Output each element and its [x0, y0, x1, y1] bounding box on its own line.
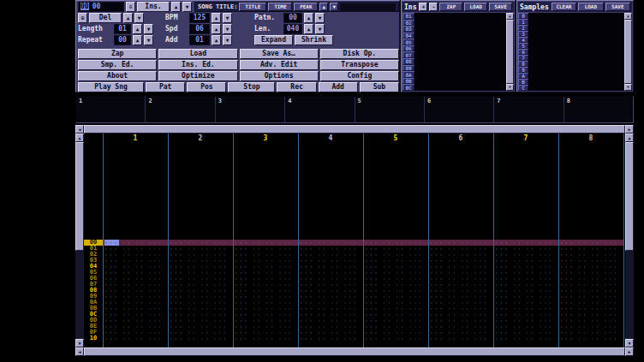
peak-mode-button[interactable]: PEAK: [294, 3, 318, 11]
scrollbar-thumb[interactable]: [624, 20, 632, 84]
transport-button-pat[interactable]: Pat: [146, 82, 185, 92]
pattern-cell[interactable]: ··········: [428, 329, 493, 335]
pattern-cell[interactable]: ··········: [103, 240, 168, 246]
pattern-cell[interactable]: ··········: [168, 282, 233, 288]
pattern-cell[interactable]: ··········: [363, 282, 428, 288]
add-up-button[interactable]: ▲: [212, 35, 221, 45]
pattern-cell[interactable]: ··········: [493, 252, 558, 258]
pattern-cell[interactable]: ··········: [493, 294, 558, 300]
scroll-down-button[interactable]: ▼: [506, 84, 514, 91]
scroll-up-button[interactable]: ▲: [506, 13, 514, 20]
pattern-cell[interactable]: ··········: [298, 306, 363, 312]
pattern-cell[interactable]: ··········: [428, 276, 493, 282]
pattern-cell[interactable]: ··········: [363, 294, 428, 300]
pattern-cell[interactable]: ··········: [103, 288, 168, 294]
sample-row[interactable]: 2: [518, 25, 624, 31]
instrument-row[interactable]: 06: [402, 45, 506, 52]
pattern-cell[interactable]: ··········: [558, 317, 623, 323]
pattern-cell[interactable]: ··········: [428, 300, 493, 306]
instrument-row[interactable]: 01: [402, 13, 506, 20]
scrollbar-thumb[interactable]: [625, 142, 634, 251]
pattern-cell[interactable]: ··········: [363, 270, 428, 276]
pattern-list-icon[interactable]: ⊞: [78, 13, 87, 23]
instrument-row[interactable]: 08: [402, 58, 506, 65]
pattern-cell[interactable]: ··········: [103, 323, 168, 329]
pattern-cell[interactable]: ··········: [233, 329, 298, 335]
pattern-cell[interactable]: ··········: [363, 323, 428, 329]
pattern-cell[interactable]: ··········: [363, 276, 428, 282]
sample-row[interactable]: 6: [518, 49, 624, 55]
scrollbar-track[interactable]: [84, 125, 625, 134]
pattern-cell[interactable]: ··········: [493, 258, 558, 264]
instrument-save-button[interactable]: Save: [489, 3, 512, 11]
pattern-cell[interactable]: ··········: [103, 252, 168, 258]
instrument-list-scrollbar[interactable]: ▲ ▼: [506, 13, 514, 91]
pattern-cell[interactable]: ··········: [233, 306, 298, 312]
pattern-cell[interactable]: ··········: [168, 258, 233, 264]
pattern-cell[interactable]: ··········: [168, 323, 233, 329]
sample-row[interactable]: 3: [518, 31, 624, 37]
position-down-button[interactable]: ▼: [182, 2, 192, 12]
pattern-cell[interactable]: ··········: [363, 258, 428, 264]
pattern-cell[interactable]: ··········: [428, 264, 493, 270]
pattern-cell[interactable]: ··········: [168, 246, 233, 252]
pattern-cell[interactable]: ··········: [298, 312, 363, 317]
pattern-cell[interactable]: ··········: [363, 252, 428, 258]
pattern-cell[interactable]: ··········: [363, 329, 428, 335]
repeat-down-button[interactable]: ▼: [144, 35, 153, 45]
pattern-cell[interactable]: ··········: [363, 306, 428, 312]
pattern-cell[interactable]: ··········: [493, 329, 558, 335]
pattern-cell[interactable]: ··········: [428, 323, 493, 329]
scope-channel-3[interactable]: 3: [216, 97, 285, 122]
scroll-left-button[interactable]: ◀: [75, 347, 84, 356]
pattern-cell[interactable]: ··········: [558, 306, 623, 312]
scope-channel-7[interactable]: 7: [494, 97, 564, 122]
scrollbar-track[interactable]: [624, 20, 632, 84]
scroll-up-button[interactable]: ▲: [75, 134, 84, 142]
sample-row[interactable]: B: [518, 79, 624, 85]
pattern-cell[interactable]: ··········: [168, 294, 233, 300]
pattern-cell[interactable]: ··········: [493, 323, 558, 329]
pattern-cell[interactable]: ··········: [558, 300, 623, 306]
scrollbar-track[interactable]: [506, 20, 514, 84]
delete-position-button[interactable]: Del: [89, 13, 122, 23]
scroll-up-button[interactable]: ▲: [625, 134, 634, 142]
pattern-cell[interactable]: ··········: [298, 264, 363, 270]
bpm-down-button[interactable]: ▼: [223, 13, 232, 23]
sample-row[interactable]: 0: [518, 13, 624, 19]
channel-header-6[interactable]: 6: [428, 134, 493, 143]
pattern-cell[interactable]: ··········: [558, 329, 623, 335]
patn-down-button[interactable]: ▼: [315, 13, 325, 23]
channel-header-8[interactable]: 8: [558, 134, 623, 143]
pattern-cell[interactable]: ··········: [493, 312, 558, 317]
instrument-row[interactable]: 03: [402, 26, 506, 33]
pattern-cell[interactable]: ··········: [298, 258, 363, 264]
pattern-cell[interactable]: ··········: [298, 300, 363, 306]
transport-button-sub[interactable]: Sub: [360, 82, 399, 92]
pattern-cell[interactable]: ··········: [363, 264, 428, 270]
pattern-cell[interactable]: ··········: [558, 282, 623, 288]
pattern-cell[interactable]: ··········: [298, 246, 363, 252]
menu-button-load[interactable]: Load: [158, 49, 237, 59]
pattern-cell[interactable]: ··········: [558, 264, 623, 270]
sample-list-scrollbar[interactable]: ▲ ▼: [624, 13, 632, 91]
menu-button-transpose[interactable]: Transpose: [320, 60, 399, 70]
scrollbar-track[interactable]: [84, 347, 625, 356]
pattern-cell[interactable]: ··········: [558, 335, 623, 341]
title-scroll-down-button[interactable]: ▼: [330, 3, 338, 11]
pattern-cell[interactable]: ··········: [233, 276, 298, 282]
title-mode-button[interactable]: TITLE: [239, 3, 266, 11]
pattern-cell[interactable]: ··········: [103, 276, 168, 282]
sample-row[interactable]: 1: [518, 19, 624, 25]
pattern-cell[interactable]: ··········: [233, 288, 298, 294]
scroll-down-button[interactable]: ▼: [625, 339, 634, 347]
instrument-row[interactable]: 0B: [402, 78, 506, 85]
pattern-cell[interactable]: ··········: [493, 300, 558, 306]
pattern-cell[interactable]: ··········: [428, 282, 493, 288]
sample-row[interactable]: 8: [518, 61, 624, 67]
scope-channel-6[interactable]: 6: [425, 97, 494, 122]
pattern-cell[interactable]: ··········: [233, 323, 298, 329]
pattern-cell[interactable]: ··········: [493, 306, 558, 312]
len-down-button[interactable]: ▼: [315, 24, 325, 34]
pattern-cell[interactable]: ··········: [233, 335, 298, 341]
